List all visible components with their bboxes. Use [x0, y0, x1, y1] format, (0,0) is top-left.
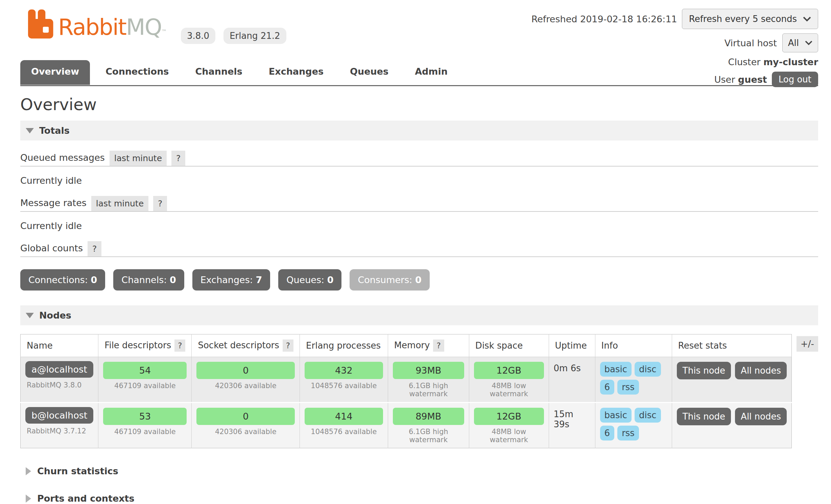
- tab-channels[interactable]: Channels: [184, 60, 253, 85]
- global-counts-help-icon[interactable]: ?: [88, 241, 101, 256]
- rabbitmq-logo[interactable]: RabbitMQ™: [27, 9, 167, 39]
- vhost-value: All: [788, 38, 799, 48]
- consumers-count-label: Consumers:: [358, 275, 412, 285]
- global-counts-row: Global counts ?: [20, 241, 818, 257]
- node-a-name-badge[interactable]: a@localhost: [25, 361, 93, 378]
- rates-help-icon[interactable]: ?: [153, 196, 167, 211]
- sd-help-icon[interactable]: ?: [283, 339, 293, 352]
- vhost-select[interactable]: All: [782, 33, 818, 52]
- uptime-value: 15m 39s: [554, 407, 590, 429]
- reset-all-nodes-button[interactable]: All nodes: [735, 362, 787, 379]
- page-title: Overview: [20, 95, 818, 114]
- tab-overview[interactable]: Overview: [20, 60, 90, 85]
- chevron-down-icon: [803, 17, 811, 22]
- fd-stat-bar: 53: [103, 408, 187, 425]
- queued-status: Currently idle: [20, 175, 818, 186]
- info-badge-disc: disc: [635, 408, 661, 423]
- section-churn-statistics[interactable]: Churn statistics: [26, 466, 818, 476]
- tab-queues[interactable]: Queues: [339, 60, 399, 85]
- node-a-reset-cell: This node All nodes: [672, 357, 791, 403]
- erlang-version-badge: Erlang 21.2: [223, 28, 286, 44]
- tab-admin[interactable]: Admin: [404, 60, 458, 85]
- col-sd-label: Socket descriptors: [198, 340, 279, 350]
- reset-this-node-button[interactable]: This node: [677, 408, 731, 425]
- col-file-descriptors: File descriptors?: [98, 334, 192, 357]
- reset-this-node-button[interactable]: This node: [677, 362, 731, 379]
- refresh-interval-value: Refresh every 5 seconds: [689, 14, 797, 24]
- logo-tm: ™: [162, 28, 167, 35]
- queued-help-icon[interactable]: ?: [171, 151, 185, 166]
- queues-count-badge[interactable]: Queues: 0: [278, 269, 341, 291]
- exchanges-count-label: Exchanges:: [200, 275, 253, 285]
- global-count-badges: Connections: 0 Channels: 0 Exchanges: 7 …: [20, 269, 818, 291]
- nav-tabs: Overview Connections Channels Exchanges …: [20, 60, 458, 85]
- proc-stat-bar: 432: [305, 362, 383, 379]
- info-badges: basic disc 6 rss: [600, 407, 667, 440]
- global-counts-label: Global counts: [20, 243, 83, 256]
- fd-help-icon[interactable]: ?: [174, 339, 185, 352]
- refreshed-timestamp: Refreshed 2019-02-18 16:26:11: [531, 14, 677, 24]
- connections-count-label: Connections:: [28, 275, 88, 285]
- nodes-section-header[interactable]: Nodes: [20, 305, 818, 325]
- tab-connections[interactable]: Connections: [95, 60, 180, 85]
- queued-window-badge[interactable]: last minute: [110, 151, 167, 166]
- cluster-label: Cluster: [728, 57, 761, 67]
- col-disk-space: Disk space: [469, 334, 549, 357]
- node-a-mem-cell: 93MB 6.1GB high watermark: [388, 357, 469, 403]
- chevron-down-icon: [805, 41, 812, 45]
- proc-stat-sub: 1048576 available: [305, 428, 383, 436]
- col-name: Name: [21, 334, 98, 357]
- node-a-info-cell: basic disc 6 rss: [595, 357, 672, 403]
- col-socket-descriptors: Socket descriptors?: [192, 334, 300, 357]
- info-badge-count: 6: [600, 380, 615, 395]
- collapse-triangle-icon: [26, 128, 34, 133]
- node-b-version: RabbitMQ 3.7.12: [25, 427, 93, 435]
- totals-section-header[interactable]: Totals: [20, 121, 818, 141]
- proc-stat-bar: 414: [305, 408, 383, 425]
- exchanges-count-value: 7: [256, 275, 262, 285]
- col-proc-label: Erlang processes: [306, 341, 381, 351]
- col-disk-label: Disk space: [475, 341, 523, 351]
- col-fd-label: File descriptors: [104, 340, 171, 350]
- sd-stat-bar: 0: [196, 362, 295, 379]
- tab-exchanges[interactable]: Exchanges: [258, 60, 334, 85]
- node-b-reset-cell: This node All nodes: [672, 403, 791, 448]
- info-badge-disc: disc: [635, 362, 661, 377]
- node-a-name-cell: a@localhost RabbitMQ 3.8.0: [21, 357, 98, 403]
- vhost-label: Virtual host: [725, 38, 777, 48]
- mem-stat-sub: 6.1GB high watermark: [393, 382, 464, 398]
- col-reset-stats: Reset stats: [672, 334, 791, 357]
- section-ports-and-contexts[interactable]: Ports and contexts: [26, 493, 818, 504]
- reset-all-nodes-button[interactable]: All nodes: [735, 408, 787, 425]
- col-info-label: Info: [601, 341, 618, 351]
- mem-help-icon[interactable]: ?: [433, 339, 444, 352]
- node-row-a: a@localhost RabbitMQ 3.8.0 54 467109 ava…: [21, 357, 792, 403]
- queues-count-label: Queues:: [286, 275, 324, 285]
- info-badge-rss: rss: [617, 380, 639, 395]
- rabbit-icon: [27, 9, 55, 39]
- disk-stat-sub: 48MB low watermark: [474, 382, 544, 398]
- queued-messages-row: Queued messages last minute ?: [20, 151, 818, 167]
- col-uptime-label: Uptime: [555, 341, 587, 351]
- header: RabbitMQ™ 3.8.0 Erlang 21.2 Refreshed 20…: [0, 0, 831, 86]
- fd-stat-sub: 467109 available: [103, 382, 187, 390]
- col-name-label: Name: [27, 341, 53, 351]
- main-content: Overview Totals Queued messages last min…: [0, 95, 831, 504]
- user-name: guest: [738, 74, 767, 85]
- collapse-triangle-icon: [26, 313, 34, 318]
- mem-stat-bar: 89MB: [393, 408, 464, 425]
- refresh-interval-select[interactable]: Refresh every 5 seconds: [682, 9, 818, 29]
- channels-count-badge[interactable]: Channels: 0: [113, 269, 184, 291]
- column-toggle-button[interactable]: +/-: [797, 336, 818, 352]
- expand-triangle-icon: [26, 495, 31, 503]
- node-b-name-badge[interactable]: b@localhost: [25, 407, 93, 424]
- connections-count-badge[interactable]: Connections: 0: [20, 269, 105, 291]
- node-a-uptime-cell: 0m 6s: [549, 357, 595, 403]
- reset-buttons: This node All nodes: [677, 361, 787, 379]
- rates-window-badge[interactable]: last minute: [91, 196, 148, 211]
- exchanges-count-badge[interactable]: Exchanges: 7: [192, 269, 270, 291]
- rates-status: Currently idle: [20, 221, 818, 231]
- nodes-title: Nodes: [39, 310, 71, 321]
- sd-stat-sub: 420306 available: [196, 428, 295, 436]
- node-b-uptime-cell: 15m 39s: [549, 403, 595, 448]
